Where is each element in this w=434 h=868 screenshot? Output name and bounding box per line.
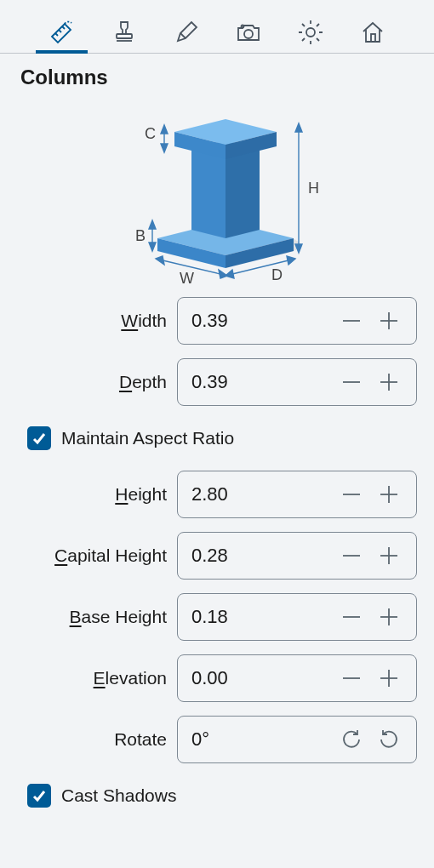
rotate-ccw[interactable] — [370, 721, 408, 758]
width-increment[interactable] — [370, 302, 408, 340]
tab-dimensions[interactable] — [46, 12, 77, 53]
depth-increment[interactable] — [370, 363, 408, 401]
rotate-label: Rotate — [17, 729, 167, 750]
check-icon — [31, 788, 47, 803]
tab-materials[interactable] — [108, 12, 140, 53]
depth-label: Depth — [17, 372, 167, 392]
svg-point-3 — [306, 28, 315, 37]
rotate-input[interactable]: 0° — [177, 716, 417, 763]
stamp-icon — [111, 19, 138, 46]
cast-shadows-label: Cast Shadows — [61, 785, 176, 806]
capital-height-value[interactable]: 0.28 — [191, 545, 333, 567]
diagram-label-c: C — [145, 125, 156, 142]
column-diagram: C H B W D — [17, 98, 417, 285]
row-height: Height 2.80 — [17, 471, 417, 518]
diagram-label-d: D — [271, 266, 283, 283]
rotate-cw-icon — [340, 728, 363, 751]
elevation-value[interactable]: 0.00 — [191, 667, 333, 689]
svg-marker-23 — [149, 243, 156, 251]
elevation-input[interactable]: 0.00 — [177, 654, 417, 702]
rotate-value[interactable]: 0° — [191, 728, 333, 751]
plus-icon — [378, 667, 400, 689]
base-height-decrement[interactable] — [333, 598, 370, 636]
rotate-cw[interactable] — [333, 721, 370, 758]
base-height-label: Base Height — [17, 607, 167, 627]
minus-icon — [340, 606, 363, 628]
svg-marker-16 — [295, 123, 302, 132]
diagram-label-b: B — [135, 227, 146, 244]
height-label: Height — [17, 484, 167, 505]
svg-marker-11 — [226, 149, 260, 238]
depth-input[interactable]: 0.39 — [177, 358, 417, 406]
height-value[interactable]: 2.80 — [191, 483, 333, 505]
tab-scene[interactable] — [357, 12, 388, 53]
aspect-ratio-row: Maintain Aspect Ratio — [17, 420, 417, 457]
svg-rect-4 — [371, 34, 375, 42]
cast-shadows-checkbox[interactable] — [27, 784, 51, 808]
svg-point-2 — [241, 26, 243, 28]
svg-marker-29 — [287, 256, 295, 265]
svg-marker-20 — [161, 144, 168, 152]
check-icon — [31, 431, 47, 446]
depth-value[interactable]: 0.39 — [191, 371, 333, 393]
width-input[interactable]: 0.39 — [177, 297, 417, 345]
ruler-icon — [48, 18, 77, 47]
minus-icon — [340, 545, 363, 567]
elevation-label: Elevation — [17, 668, 167, 688]
house-icon — [359, 19, 386, 46]
depth-decrement[interactable] — [333, 363, 370, 401]
capital-height-increment[interactable] — [370, 537, 408, 574]
rotate-ccw-icon — [378, 728, 400, 751]
tab-lighting[interactable] — [294, 12, 326, 53]
row-depth: Depth 0.39 — [17, 358, 417, 406]
camera-icon — [235, 19, 262, 46]
columns-panel: Columns — [0, 54, 434, 831]
plus-icon — [378, 310, 400, 332]
plus-icon — [378, 545, 400, 567]
plus-icon — [378, 483, 400, 505]
sun-icon — [296, 18, 325, 47]
minus-icon — [340, 371, 363, 393]
svg-marker-19 — [161, 125, 168, 134]
aspect-ratio-label: Maintain Aspect Ratio — [61, 428, 234, 448]
aspect-ratio-checkbox[interactable] — [27, 426, 51, 450]
cast-shadows-row: Cast Shadows — [17, 777, 417, 814]
row-rotate: Rotate 0° — [17, 716, 417, 763]
pencil-icon — [173, 19, 200, 46]
diagram-label-h: H — [308, 180, 319, 197]
base-height-value[interactable]: 0.18 — [191, 606, 333, 628]
plus-icon — [378, 606, 400, 628]
elevation-increment[interactable] — [370, 660, 408, 697]
capital-height-label: Capital Height — [17, 545, 167, 566]
row-capital-height: Capital Height 0.28 — [17, 532, 417, 580]
minus-icon — [340, 483, 363, 505]
height-decrement[interactable] — [333, 476, 370, 513]
row-width: Width 0.39 — [17, 297, 417, 345]
width-decrement[interactable] — [333, 302, 370, 340]
svg-marker-22 — [149, 220, 156, 229]
svg-marker-25 — [156, 256, 164, 265]
svg-marker-26 — [219, 270, 227, 278]
width-value[interactable]: 0.39 — [191, 310, 333, 332]
tab-camera[interactable] — [232, 12, 264, 53]
height-increment[interactable] — [370, 476, 408, 513]
width-label: Width — [17, 311, 167, 331]
plus-icon — [378, 371, 400, 393]
diagram-label-w: W — [180, 270, 194, 285]
tab-bar — [0, 0, 434, 54]
tab-edit[interactable] — [170, 12, 202, 53]
base-height-increment[interactable] — [370, 598, 408, 636]
svg-point-1 — [244, 30, 253, 38]
svg-marker-10 — [191, 149, 226, 238]
height-input[interactable]: 2.80 — [177, 471, 417, 518]
svg-marker-28 — [226, 270, 234, 278]
capital-height-input[interactable]: 0.28 — [177, 532, 417, 580]
minus-icon — [340, 310, 363, 332]
minus-icon — [340, 667, 363, 689]
row-base-height: Base Height 0.18 — [17, 593, 417, 641]
base-height-input[interactable]: 0.18 — [177, 593, 417, 641]
row-elevation: Elevation 0.00 — [17, 654, 417, 702]
elevation-decrement[interactable] — [333, 660, 370, 697]
panel-title: Columns — [20, 66, 417, 89]
capital-height-decrement[interactable] — [333, 537, 370, 574]
